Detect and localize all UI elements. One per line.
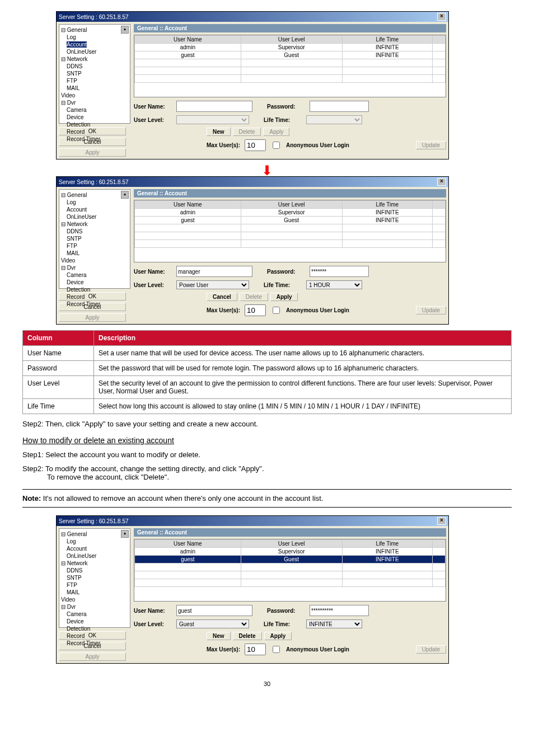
table-row: adminSupervisorINFINITE (135, 44, 446, 51)
userlevel-select[interactable]: Power User (176, 280, 249, 289)
table-row: guestGuestINFINITE (135, 51, 446, 59)
apply-button: Apply (263, 128, 289, 136)
scroll-up-icon[interactable]: ▴ (121, 191, 129, 199)
update-button: Update (416, 141, 446, 149)
step-text: Step2: To modify the account, change the… (22, 464, 512, 481)
step-text: Step1: Select the account you want to mo… (22, 450, 512, 459)
userlevel-select[interactable] (176, 115, 249, 124)
username-input[interactable] (176, 266, 252, 277)
lifetime-select[interactable]: 1 HOUR (306, 280, 362, 289)
tree-account[interactable]: Account (67, 41, 128, 48)
tree-general[interactable]: ⊟ General Log Account OnLineUser (61, 26, 128, 55)
update-button: Update (416, 645, 446, 654)
userlevel-select[interactable]: Guest (176, 619, 249, 628)
col-description: Description (94, 331, 512, 346)
username-input[interactable] (176, 605, 252, 616)
scroll-up-icon[interactable]: ▴ (121, 26, 129, 34)
close-icon[interactable]: × (437, 517, 446, 525)
delete-button: Delete (233, 128, 261, 136)
nav-tree[interactable]: ▴ ⊟ General Log Account OnLineUser ⊟ Net… (59, 24, 130, 124)
pane-title: General :: Account (134, 24, 446, 32)
tree-log[interactable]: Log (67, 34, 128, 41)
delete-button: Delete (240, 293, 268, 301)
lifetime-label: Life Time: (264, 117, 303, 123)
user-grid[interactable]: User NameUser LevelLife Time adminSuperv… (134, 539, 446, 602)
password-input[interactable] (310, 605, 369, 616)
server-setting-dialog-1: Server Setting : 60.251.8.57× ▴ ⊟ Genera… (56, 11, 449, 159)
subheading: How to modify or delete an existing acco… (22, 436, 512, 445)
password-input[interactable] (310, 101, 369, 112)
tree-dvr[interactable]: ⊟ Dvr CameraDeviceDetectionRecordRecord … (61, 99, 128, 143)
user-grid[interactable]: User NameUser LevelLife Time adminSuperv… (134, 35, 446, 97)
apply-button-side[interactable]: Apply (59, 148, 126, 157)
delete-button[interactable]: Delete (233, 632, 262, 640)
lifetime-select[interactable] (306, 115, 362, 124)
note-text: It's not allowed to remove an account wh… (43, 494, 324, 503)
update-button: Update (416, 306, 446, 314)
anon-label: Anonymous User Login (286, 142, 349, 148)
maxuser-input[interactable] (245, 304, 266, 316)
server-setting-dialog-2: Server Setting : 60.251.8.57× ▴ ⊟ Genera… (56, 176, 449, 325)
step-text: Step2: Then, click "Apply" to save your … (22, 420, 512, 428)
cancel-button[interactable]: Cancel (207, 293, 237, 301)
anon-checkbox[interactable] (273, 307, 280, 314)
password-input[interactable] (310, 266, 369, 277)
apply-button-side[interactable]: Apply (59, 313, 126, 322)
tree-network[interactable]: ⊟ Network DDNSSNTPFTPMAIL (61, 55, 128, 92)
maxuser-input[interactable] (245, 644, 266, 655)
lifetime-select[interactable]: INFINITE (306, 619, 362, 628)
username-label: User Name: (134, 104, 173, 110)
nav-tree[interactable]: ▴ ⊟ GeneralLogAccountOnLineUser ⊟ Networ… (59, 189, 130, 289)
new-button[interactable]: New (207, 632, 231, 640)
note-label: Note: (22, 494, 41, 503)
note-block: Note: It's not allowed to remove an acco… (22, 489, 512, 508)
username-input[interactable] (176, 101, 252, 112)
tree-video[interactable]: Video (61, 92, 128, 99)
close-icon[interactable]: × (437, 13, 446, 21)
password-label: Password: (267, 104, 306, 110)
new-button[interactable]: New (207, 128, 231, 136)
apply-button-side[interactable]: Apply (59, 652, 126, 661)
tree-root: ⊟ General Log Account OnLineUser ⊟ Netwo… (61, 26, 128, 143)
maxuser-label: Max User(s): (207, 142, 240, 148)
page-number: 30 (22, 680, 512, 687)
user-grid[interactable]: User NameUser LevelLife Time adminSuperv… (134, 200, 446, 262)
maxuser-input[interactable] (245, 139, 266, 151)
tree-onlineuser[interactable]: OnLineUser (67, 48, 128, 55)
close-icon[interactable]: × (437, 178, 446, 186)
nav-tree[interactable]: ▴ ⊟ GeneralLogAccountOnLineUser ⊟ Networ… (59, 528, 130, 628)
anon-checkbox[interactable] (273, 646, 280, 653)
userlevel-label: User Level: (134, 117, 173, 123)
apply-button[interactable]: Apply (264, 632, 292, 640)
dialog-title: Server Setting : 60.251.8.57 (59, 14, 129, 20)
col-column: Column (23, 331, 94, 346)
anon-checkbox[interactable] (273, 142, 280, 149)
scroll-up-icon[interactable]: ▴ (121, 530, 129, 538)
apply-button[interactable]: Apply (270, 293, 298, 301)
server-setting-dialog-3: Server Setting : 60.251.8.57× ▴ ⊟ Genera… (56, 515, 449, 664)
description-table: ColumnDescription User NameSet a user na… (22, 330, 512, 414)
